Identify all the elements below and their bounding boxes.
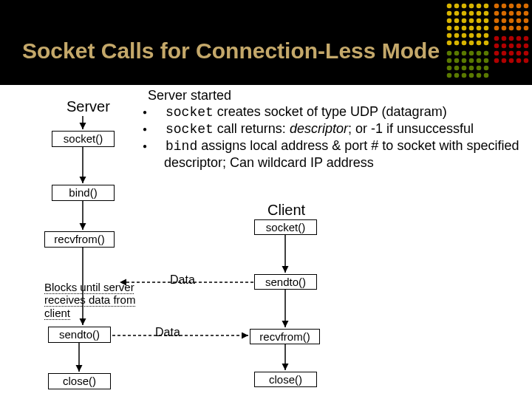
svg-point-40: [524, 4, 529, 9]
svg-point-5: [484, 4, 489, 9]
svg-point-67: [502, 51, 507, 56]
server-heading: Server: [66, 98, 110, 115]
svg-point-12: [447, 18, 452, 24]
client-recvfrom-box: recvfrom(): [250, 329, 320, 344]
svg-point-93: [484, 66, 489, 71]
svg-point-16: [477, 18, 482, 24]
server-sendto-box: sendto(): [48, 327, 111, 343]
svg-point-14: [462, 18, 467, 24]
svg-point-7: [454, 11, 460, 16]
svg-point-44: [516, 11, 522, 16]
svg-point-97: [469, 73, 474, 78]
svg-point-34: [477, 41, 482, 46]
svg-point-25: [454, 33, 460, 38]
svg-point-41: [494, 11, 499, 16]
svg-point-13: [454, 18, 460, 24]
svg-point-76: [447, 51, 452, 56]
svg-point-87: [484, 58, 489, 64]
svg-point-86: [477, 58, 482, 64]
diagram-area: Server Client Server started ● socket cr…: [0, 85, 532, 399]
svg-point-92: [477, 66, 482, 71]
svg-point-36: [494, 4, 499, 9]
svg-point-53: [509, 26, 514, 31]
svg-point-6: [447, 11, 452, 16]
svg-point-79: [469, 51, 474, 56]
slide-title: Socket Calls for Connection-Less Mode: [22, 38, 440, 64]
svg-point-91: [469, 66, 474, 71]
svg-point-19: [454, 26, 460, 31]
svg-point-66: [494, 51, 499, 56]
explanation-block: Server started ● socket creates socket o…: [148, 88, 521, 171]
svg-point-99: [484, 73, 489, 78]
svg-point-37: [502, 4, 507, 9]
svg-point-56: [494, 36, 499, 41]
svg-point-89: [454, 66, 460, 71]
explain-bullet-1: ● socket creates socket of type UDP (dat…: [148, 104, 521, 121]
svg-point-1: [454, 4, 460, 9]
svg-point-84: [462, 58, 467, 64]
svg-point-3: [469, 4, 474, 9]
svg-point-51: [494, 26, 499, 31]
svg-point-30: [447, 41, 452, 46]
server-recvfrom-box: recvfrom(): [44, 231, 115, 248]
svg-point-47: [502, 18, 507, 24]
svg-point-57: [502, 36, 507, 41]
svg-point-49: [516, 18, 522, 24]
svg-point-20: [462, 26, 467, 31]
svg-point-22: [477, 26, 482, 31]
corner-dots-decoration: [443, 0, 532, 81]
svg-point-82: [447, 58, 452, 64]
svg-point-72: [502, 58, 507, 64]
svg-point-33: [469, 41, 474, 46]
svg-point-60: [524, 36, 529, 41]
svg-point-10: [477, 11, 482, 16]
svg-point-35: [484, 41, 489, 46]
svg-point-15: [469, 18, 474, 24]
svg-point-48: [509, 18, 514, 24]
client-sendto-box: sendto(): [254, 274, 317, 290]
svg-point-23: [484, 26, 489, 31]
server-close-box: close(): [48, 373, 111, 389]
svg-point-55: [524, 26, 529, 31]
svg-point-8: [462, 11, 467, 16]
svg-point-42: [502, 11, 507, 16]
svg-point-32: [462, 41, 467, 46]
svg-point-75: [524, 58, 529, 64]
svg-point-63: [509, 44, 514, 49]
svg-point-26: [462, 33, 467, 38]
svg-point-24: [447, 33, 452, 38]
svg-point-78: [462, 51, 467, 56]
svg-point-52: [502, 26, 507, 31]
svg-point-31: [454, 41, 460, 46]
svg-point-71: [494, 58, 499, 64]
svg-point-50: [524, 18, 529, 24]
svg-point-96: [462, 73, 467, 78]
svg-point-58: [509, 36, 514, 41]
svg-point-74: [516, 58, 522, 64]
svg-point-64: [516, 44, 522, 49]
explain-heading: Server started: [148, 88, 521, 104]
svg-point-21: [469, 26, 474, 31]
data-label-1: Data: [170, 273, 195, 287]
svg-point-38: [509, 4, 514, 9]
svg-point-98: [477, 73, 482, 78]
data-label-2: Data: [155, 326, 180, 339]
svg-point-85: [469, 58, 474, 64]
svg-point-46: [494, 18, 499, 24]
client-close-box: close(): [254, 372, 317, 387]
server-socket-box: socket(): [52, 131, 115, 147]
svg-point-90: [462, 66, 467, 71]
svg-point-2: [462, 4, 467, 9]
svg-point-54: [516, 26, 522, 31]
svg-point-9: [469, 11, 474, 16]
svg-point-28: [477, 33, 482, 38]
svg-point-17: [484, 18, 489, 24]
client-socket-box: socket(): [254, 219, 317, 235]
svg-point-62: [502, 44, 507, 49]
svg-point-61: [494, 44, 499, 49]
svg-point-73: [509, 58, 514, 64]
explain-bullet-3: ● bind assigns local address & port # to…: [148, 138, 521, 171]
svg-point-69: [516, 51, 522, 56]
svg-point-39: [516, 4, 522, 9]
svg-point-29: [484, 33, 489, 38]
